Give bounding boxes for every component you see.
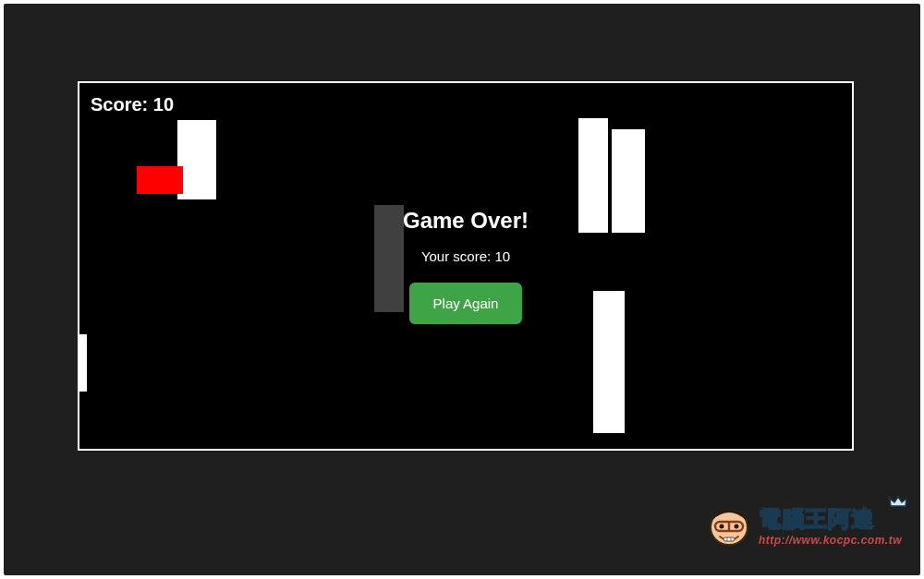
crown-icon: [889, 495, 907, 508]
watermark: 電腦王阿達 http://www.kocpc.com.tw: [707, 503, 902, 548]
obstacle-block: [612, 129, 645, 233]
obstacle-block: [578, 118, 608, 233]
final-score-text: Your score: 10: [403, 248, 529, 264]
shadow-block: [374, 205, 404, 312]
player-block: [137, 166, 183, 194]
svg-point-3: [719, 525, 723, 529]
watermark-text: 電腦王阿達 http://www.kocpc.com.tw: [759, 504, 902, 547]
watermark-url-text: http://www.kocpc.com.tw: [759, 534, 902, 547]
page-background: Score: 10 Game Over! Your score: 10 Play…: [4, 4, 920, 575]
play-again-button[interactable]: Play Again: [409, 283, 523, 324]
obstacle-block: [177, 120, 216, 199]
watermark-cn-text: 電腦王阿達: [759, 504, 902, 534]
svg-rect-5: [723, 537, 735, 541]
game-over-panel: Game Over! Your score: 10 Play Again: [403, 208, 529, 324]
mascot-face-icon: [707, 503, 751, 548]
svg-point-4: [734, 525, 738, 529]
score-display: Score: 10: [91, 94, 174, 115]
game-over-title: Game Over!: [403, 208, 529, 234]
game-canvas: Score: 10 Game Over! Your score: 10 Play…: [78, 81, 854, 451]
obstacle-block: [78, 334, 87, 392]
obstacle-block: [593, 291, 625, 433]
